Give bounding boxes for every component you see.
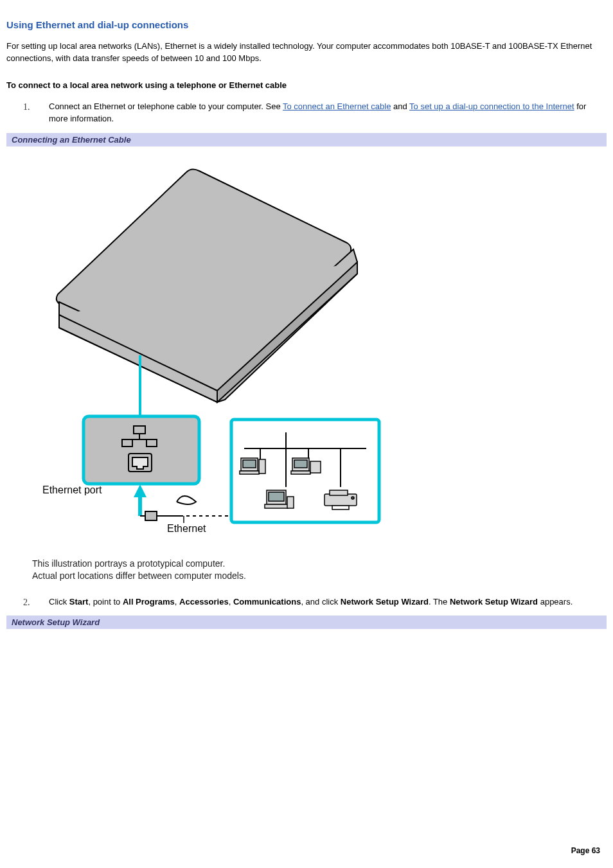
label-ethernet-port: Ethernet port: [42, 484, 102, 495]
steps-list: Connect an Ethernet or telephone cable t…: [6, 100, 607, 125]
steps-list-cont: Click Start, point to All Programs, Acce…: [6, 596, 607, 608]
svg-rect-23: [259, 459, 265, 474]
svg-point-36: [351, 497, 354, 499]
step2-prefix: Click: [49, 597, 69, 607]
step2-m3: ,: [229, 597, 233, 607]
link-setup-dialup[interactable]: To set up a dial-up connection to the In…: [409, 102, 574, 111]
page-number: Page 63: [571, 846, 600, 855]
svg-marker-8: [134, 484, 147, 497]
caption-connecting-ethernet: Connecting an Ethernet Cable: [6, 133, 607, 146]
svg-rect-30: [269, 492, 284, 501]
svg-rect-32: [287, 497, 294, 508]
illustration-ethernet: Ethernet port Ethernet cable: [6, 153, 607, 538]
step1-text-prefix: Connect an Ethernet or telephone cable t…: [49, 102, 283, 111]
step2-nsw2: Network Setup Wizard: [450, 597, 538, 607]
step2-comm: Communications: [233, 597, 301, 607]
svg-rect-26: [294, 460, 307, 468]
document-page: Using Ethernet and dial-up connections F…: [0, 0, 613, 868]
intro-paragraph: For setting up local area networks (LANs…: [6, 40, 607, 65]
illustration-note-line2: Actual port locations differ between com…: [32, 571, 246, 581]
svg-rect-22: [243, 460, 256, 468]
illustration-note: This illustration portrays a prototypica…: [6, 538, 607, 596]
step2-accessories: Accessories: [179, 597, 229, 607]
caption-network-setup-wizard: Network Setup Wizard: [6, 616, 607, 629]
svg-text:Ethernet
        cable: Ethernet cable: [167, 523, 209, 532]
ethernet-diagram-svg: Ethernet port Ethernet cable: [32, 166, 392, 532]
step-1: Connect an Ethernet or telephone cable t…: [42, 100, 607, 125]
step2-m2: ,: [175, 597, 179, 607]
step2-m4: , and click: [301, 597, 340, 607]
label-ethernet-cable-1: Ethernet: [167, 523, 206, 532]
step2-m1: , point to: [88, 597, 122, 607]
step2-nsw: Network Setup Wizard: [341, 597, 429, 607]
svg-rect-24: [240, 471, 259, 474]
page-title: Using Ethernet and dial-up connections: [6, 19, 607, 30]
svg-rect-34: [330, 490, 348, 495]
svg-rect-9: [145, 511, 157, 520]
svg-rect-31: [265, 504, 288, 508]
illustration-note-line1: This illustration portrays a prototypica…: [32, 558, 225, 569]
step2-allprograms: All Programs: [123, 597, 175, 607]
svg-rect-35: [332, 506, 349, 509]
svg-rect-28: [310, 461, 321, 473]
sub-heading: To connect to a local area network using…: [6, 80, 607, 90]
step2-m5: . The: [429, 597, 450, 607]
svg-rect-27: [291, 471, 310, 474]
step2-start: Start: [69, 597, 89, 607]
step-2: Click Start, point to All Programs, Acce…: [42, 596, 607, 608]
link-connect-ethernet-cable[interactable]: To connect an Ethernet cable: [283, 102, 391, 111]
step1-text-mid: and: [391, 102, 409, 111]
step2-m6: appears.: [538, 597, 573, 607]
